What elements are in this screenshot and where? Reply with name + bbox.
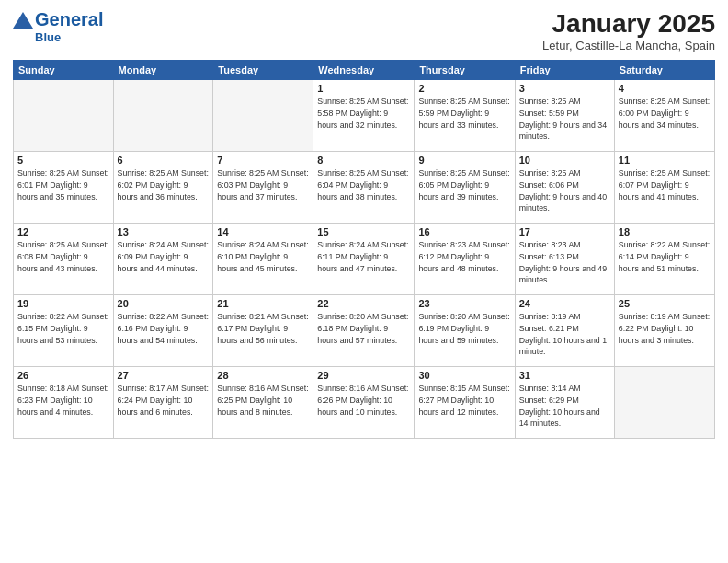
day-info: Sunrise: 8:25 AM Sunset: 5:59 PM Dayligh…: [418, 96, 510, 131]
day-number: 23: [418, 298, 510, 309]
day-info: Sunrise: 8:20 AM Sunset: 6:18 PM Dayligh…: [317, 311, 410, 346]
weekday-tuesday: Tuesday: [213, 61, 313, 80]
day-number: 16: [418, 226, 510, 237]
day-cell: 16Sunrise: 8:23 AM Sunset: 6:12 PM Dayli…: [415, 224, 515, 295]
day-info: Sunrise: 8:17 AM Sunset: 6:24 PM Dayligh…: [118, 383, 210, 418]
day-info: Sunrise: 8:19 AM Sunset: 6:22 PM Dayligh…: [619, 311, 711, 346]
day-cell: [614, 367, 714, 439]
day-cell: 11Sunrise: 8:25 AM Sunset: 6:07 PM Dayli…: [614, 152, 714, 224]
logo-line: General: [13, 9, 103, 30]
day-cell: 4Sunrise: 8:25 AM Sunset: 6:00 PM Daylig…: [614, 80, 714, 152]
day-cell: 12Sunrise: 8:25 AM Sunset: 6:08 PM Dayli…: [14, 224, 114, 295]
day-cell: 21Sunrise: 8:21 AM Sunset: 6:17 PM Dayli…: [213, 295, 313, 367]
weekday-saturday: Saturday: [614, 61, 714, 80]
weekday-sunday: Sunday: [14, 61, 114, 80]
day-info: Sunrise: 8:25 AM Sunset: 6:00 PM Dayligh…: [619, 96, 711, 131]
day-info: Sunrise: 8:24 AM Sunset: 6:09 PM Dayligh…: [118, 239, 210, 274]
day-info: Sunrise: 8:16 AM Sunset: 6:25 PM Dayligh…: [217, 383, 309, 418]
day-info: Sunrise: 8:25 AM Sunset: 6:04 PM Dayligh…: [317, 167, 410, 202]
day-info: Sunrise: 8:24 AM Sunset: 6:10 PM Dayligh…: [217, 239, 309, 274]
day-info: Sunrise: 8:23 AM Sunset: 6:12 PM Dayligh…: [418, 239, 510, 274]
location: Letur, Castille-La Mancha, Spain: [542, 39, 715, 52]
day-number: 27: [118, 370, 210, 381]
day-number: 5: [17, 155, 109, 166]
week-row-2: 12Sunrise: 8:25 AM Sunset: 6:08 PM Dayli…: [14, 224, 715, 295]
day-cell: 27Sunrise: 8:17 AM Sunset: 6:24 PM Dayli…: [113, 367, 213, 439]
day-number: 21: [217, 298, 309, 309]
day-cell: 31Sunrise: 8:14 AM Sunset: 6:29 PM Dayli…: [515, 367, 614, 439]
day-cell: [14, 80, 114, 152]
day-number: 12: [17, 226, 109, 237]
day-info: Sunrise: 8:25 AM Sunset: 5:58 PM Dayligh…: [317, 96, 410, 131]
week-row-1: 5Sunrise: 8:25 AM Sunset: 6:01 PM Daylig…: [14, 152, 715, 224]
day-cell: 5Sunrise: 8:25 AM Sunset: 6:01 PM Daylig…: [14, 152, 114, 224]
header: General Blue January 2025 Letur, Castill…: [13, 9, 715, 52]
day-cell: 17Sunrise: 8:23 AM Sunset: 6:13 PM Dayli…: [515, 224, 614, 295]
day-info: Sunrise: 8:25 AM Sunset: 6:08 PM Dayligh…: [17, 239, 109, 274]
day-number: 26: [17, 370, 109, 381]
day-number: 29: [317, 370, 410, 381]
day-cell: 20Sunrise: 8:22 AM Sunset: 6:16 PM Dayli…: [113, 295, 213, 367]
day-info: Sunrise: 8:22 AM Sunset: 6:15 PM Dayligh…: [17, 311, 109, 346]
day-number: 3: [519, 83, 610, 94]
day-number: 28: [217, 370, 309, 381]
day-number: 11: [619, 155, 711, 166]
day-number: 31: [519, 370, 610, 381]
calendar: SundayMondayTuesdayWednesdayThursdayFrid…: [13, 60, 715, 439]
logo-text-blue: Blue: [35, 30, 61, 44]
day-number: 13: [118, 226, 210, 237]
weekday-header-row: SundayMondayTuesdayWednesdayThursdayFrid…: [14, 61, 715, 80]
day-cell: 8Sunrise: 8:25 AM Sunset: 6:04 PM Daylig…: [313, 152, 415, 224]
day-number: 18: [619, 226, 711, 237]
day-cell: 14Sunrise: 8:24 AM Sunset: 6:10 PM Dayli…: [213, 224, 313, 295]
day-number: 9: [418, 155, 510, 166]
weekday-friday: Friday: [515, 61, 614, 80]
day-number: 7: [217, 155, 309, 166]
week-row-0: 1Sunrise: 8:25 AM Sunset: 5:58 PM Daylig…: [14, 80, 715, 152]
weekday-wednesday: Wednesday: [313, 61, 415, 80]
month-title: January 2025: [542, 9, 715, 39]
day-number: 20: [118, 298, 210, 309]
day-number: 8: [317, 155, 410, 166]
day-info: Sunrise: 8:18 AM Sunset: 6:23 PM Dayligh…: [17, 383, 109, 418]
day-cell: 24Sunrise: 8:19 AM Sunset: 6:21 PM Dayli…: [515, 295, 614, 367]
weekday-monday: Monday: [113, 61, 213, 80]
logo-text-general: General: [35, 9, 103, 30]
day-cell: 25Sunrise: 8:19 AM Sunset: 6:22 PM Dayli…: [614, 295, 714, 367]
day-cell: 30Sunrise: 8:15 AM Sunset: 6:27 PM Dayli…: [415, 367, 515, 439]
day-info: Sunrise: 8:25 AM Sunset: 6:07 PM Dayligh…: [619, 167, 711, 202]
day-info: Sunrise: 8:20 AM Sunset: 6:19 PM Dayligh…: [418, 311, 510, 346]
day-number: 30: [418, 370, 510, 381]
day-cell: 7Sunrise: 8:25 AM Sunset: 6:03 PM Daylig…: [213, 152, 313, 224]
day-cell: 3Sunrise: 8:25 AM Sunset: 5:59 PM Daylig…: [515, 80, 614, 152]
svg-marker-0: [13, 12, 33, 29]
day-info: Sunrise: 8:21 AM Sunset: 6:17 PM Dayligh…: [217, 311, 309, 346]
day-number: 6: [118, 155, 210, 166]
day-info: Sunrise: 8:16 AM Sunset: 6:26 PM Dayligh…: [317, 383, 410, 418]
day-info: Sunrise: 8:19 AM Sunset: 6:21 PM Dayligh…: [519, 311, 610, 358]
day-number: 17: [519, 226, 610, 237]
day-cell: [113, 80, 213, 152]
day-number: 19: [17, 298, 109, 309]
day-cell: 28Sunrise: 8:16 AM Sunset: 6:25 PM Dayli…: [213, 367, 313, 439]
week-row-4: 26Sunrise: 8:18 AM Sunset: 6:23 PM Dayli…: [14, 367, 715, 439]
day-number: 14: [217, 226, 309, 237]
page: General Blue January 2025 Letur, Castill…: [0, 0, 728, 563]
day-number: 2: [418, 83, 510, 94]
day-cell: 18Sunrise: 8:22 AM Sunset: 6:14 PM Dayli…: [614, 224, 714, 295]
day-cell: 2Sunrise: 8:25 AM Sunset: 5:59 PM Daylig…: [415, 80, 515, 152]
day-cell: 23Sunrise: 8:20 AM Sunset: 6:19 PM Dayli…: [415, 295, 515, 367]
day-info: Sunrise: 8:25 AM Sunset: 6:01 PM Dayligh…: [17, 167, 109, 202]
day-cell: 6Sunrise: 8:25 AM Sunset: 6:02 PM Daylig…: [113, 152, 213, 224]
day-number: 10: [519, 155, 610, 166]
day-cell: 26Sunrise: 8:18 AM Sunset: 6:23 PM Dayli…: [14, 367, 114, 439]
day-info: Sunrise: 8:15 AM Sunset: 6:27 PM Dayligh…: [418, 383, 510, 418]
day-info: Sunrise: 8:24 AM Sunset: 6:11 PM Dayligh…: [317, 239, 410, 274]
day-info: Sunrise: 8:25 AM Sunset: 5:59 PM Dayligh…: [519, 96, 610, 143]
title-block: January 2025 Letur, Castille-La Mancha, …: [542, 9, 715, 52]
day-cell: 29Sunrise: 8:16 AM Sunset: 6:26 PM Dayli…: [313, 367, 415, 439]
day-number: 24: [519, 298, 610, 309]
day-cell: 22Sunrise: 8:20 AM Sunset: 6:18 PM Dayli…: [313, 295, 415, 367]
day-info: Sunrise: 8:22 AM Sunset: 6:16 PM Dayligh…: [118, 311, 210, 346]
day-cell: 19Sunrise: 8:22 AM Sunset: 6:15 PM Dayli…: [14, 295, 114, 367]
